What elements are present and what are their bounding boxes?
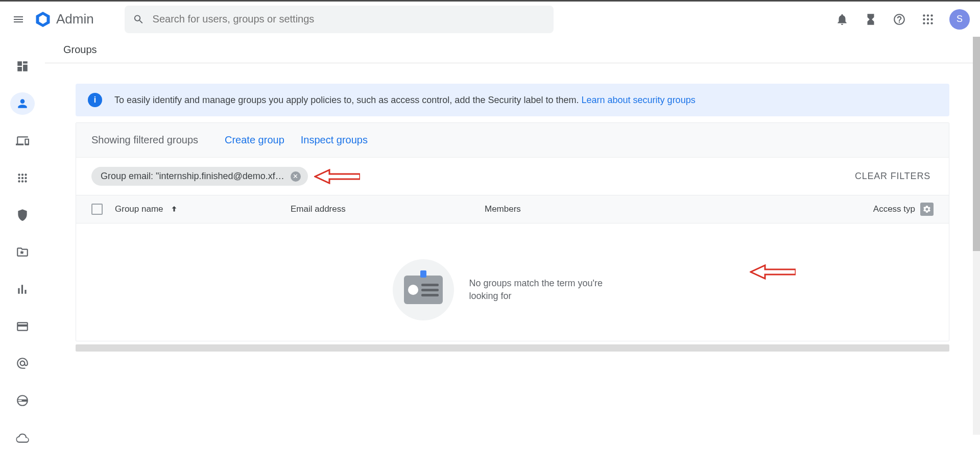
svg-point-2	[923, 14, 925, 16]
svg-point-16	[25, 177, 27, 179]
tasks-button[interactable]	[864, 12, 878, 27]
dashboard-icon	[16, 60, 29, 73]
svg-point-15	[21, 177, 23, 179]
app-logo[interactable]: Admin	[33, 9, 94, 30]
inspect-groups-button[interactable]: Inspect groups	[301, 134, 368, 146]
apps-button[interactable]	[921, 12, 935, 27]
admin-logo-icon	[33, 9, 53, 30]
shield-icon	[16, 208, 29, 221]
groups-toolbar: Showing filtered groups Create group Ins…	[76, 123, 949, 157]
svg-point-17	[18, 180, 20, 182]
rail-account[interactable]	[10, 352, 35, 375]
cloud-icon	[16, 431, 29, 444]
devices-icon	[16, 134, 29, 147]
steering-icon	[16, 394, 29, 407]
search-input[interactable]	[153, 13, 545, 25]
banner-text: To easily identify and manage groups you…	[114, 95, 582, 105]
create-group-button[interactable]: Create group	[225, 134, 284, 146]
page-title: Groups	[63, 44, 97, 56]
annotation-arrow-2	[750, 264, 796, 280]
select-all-checkbox[interactable]	[91, 204, 107, 215]
svg-point-3	[927, 14, 929, 16]
vertical-scrollbar[interactable]	[973, 37, 980, 435]
rail-devices[interactable]	[10, 129, 35, 152]
banner-learn-more-link[interactable]: Learn about security groups	[582, 95, 696, 105]
filter-chip-remove[interactable]: ✕	[291, 171, 301, 182]
gear-icon	[922, 205, 931, 214]
person-icon	[16, 97, 29, 110]
global-search[interactable]	[125, 6, 554, 33]
filter-chip-label: Group email: "internship.finished@demo.x…	[101, 171, 284, 182]
svg-point-7	[930, 18, 933, 20]
svg-point-6	[927, 18, 929, 20]
content-area: i To easily identify and manage groups y…	[45, 63, 980, 341]
account-avatar[interactable]: S	[949, 9, 970, 30]
nav-rail	[0, 37, 45, 449]
at-sign-icon	[16, 357, 29, 370]
svg-point-9	[927, 22, 929, 24]
sort-asc-icon	[170, 205, 179, 214]
svg-point-13	[25, 173, 27, 176]
svg-point-5	[923, 18, 925, 20]
svg-point-14	[18, 177, 20, 179]
rail-rules[interactable]	[10, 389, 35, 412]
annotation-arrow-1	[314, 169, 360, 184]
avatar-initial: S	[957, 14, 963, 24]
table-header: Group name Email address Members Access …	[76, 195, 949, 223]
column-access[interactable]: Access typ	[873, 203, 934, 216]
hourglass-icon	[864, 13, 877, 26]
breadcrumb: Groups	[45, 37, 980, 63]
svg-point-10	[930, 22, 933, 24]
search-icon	[133, 13, 145, 26]
svg-point-19	[25, 180, 27, 182]
rail-analytics[interactable]	[10, 278, 35, 301]
apps-grid-icon	[921, 13, 935, 26]
svg-point-8	[923, 22, 925, 24]
svg-point-4	[930, 14, 933, 16]
bar-chart-icon	[16, 283, 29, 296]
main-menu-button[interactable]	[6, 7, 31, 32]
filter-bar: Group email: "internship.finished@demo.x…	[76, 157, 949, 195]
rail-apps[interactable]	[10, 166, 35, 189]
rail-directory[interactable]	[10, 92, 35, 115]
clear-filters-button[interactable]: CLEAR FILTERS	[855, 171, 934, 182]
empty-state: No groups match the term you're looking …	[76, 223, 949, 341]
info-icon: i	[88, 93, 102, 107]
folder-star-icon	[16, 245, 29, 259]
svg-point-18	[21, 180, 23, 182]
svg-point-11	[18, 173, 20, 176]
help-button[interactable]	[892, 12, 906, 27]
app-name: Admin	[56, 11, 94, 27]
bell-icon	[835, 13, 849, 26]
rail-dashboard[interactable]	[10, 55, 35, 78]
empty-message: No groups match the term you're looking …	[469, 277, 633, 303]
apps-icon	[16, 171, 29, 185]
credit-card-icon	[16, 320, 29, 333]
rail-security[interactable]	[10, 204, 35, 227]
column-email[interactable]: Email address	[291, 204, 485, 214]
filter-chip-group-email[interactable]: Group email: "internship.finished@demo.x…	[91, 167, 308, 186]
svg-point-12	[21, 173, 23, 176]
rail-billing[interactable]	[10, 315, 35, 338]
top-right-actions: S	[835, 9, 974, 30]
top-bar: Admin S	[0, 0, 980, 37]
rail-reporting[interactable]	[10, 241, 35, 264]
groups-panel: Showing filtered groups Create group Ins…	[76, 122, 949, 341]
notifications-button[interactable]	[835, 12, 849, 27]
info-banner: i To easily identify and manage groups y…	[76, 84, 949, 116]
rail-storage[interactable]	[10, 426, 35, 449]
column-group-name[interactable]: Group name	[107, 204, 291, 214]
column-members[interactable]: Members	[485, 204, 638, 214]
hamburger-icon	[12, 13, 25, 26]
column-settings-button[interactable]	[920, 203, 934, 216]
horizontal-scrollbar[interactable]	[76, 344, 949, 352]
toolbar-heading: Showing filtered groups	[91, 134, 198, 146]
help-icon	[893, 13, 906, 26]
empty-illustration	[393, 259, 454, 320]
